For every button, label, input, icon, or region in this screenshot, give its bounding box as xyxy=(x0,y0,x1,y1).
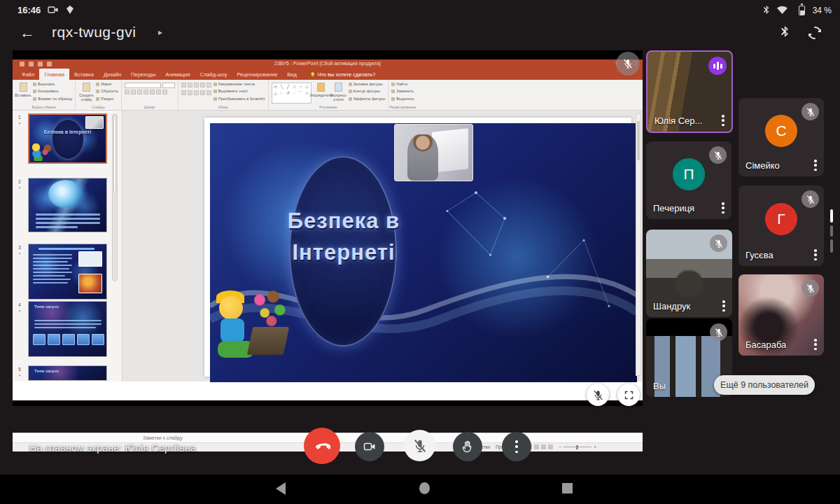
layout-button[interactable]: Макет xyxy=(96,81,118,88)
slide-photo-boy-laptop xyxy=(394,124,473,181)
section-button[interactable]: Раздел xyxy=(96,96,118,102)
shape-outline-button[interactable]: Контур фигуры xyxy=(349,88,386,94)
shape-effects-button[interactable]: Эффекты фигуры xyxy=(349,96,386,102)
reset-button[interactable]: Сбросить xyxy=(96,88,118,94)
more-users-badge[interactable]: Ещё 9 пользователей xyxy=(714,375,815,395)
bluetooth-status-icon xyxy=(763,5,770,15)
fullscreen-button[interactable] xyxy=(617,384,640,406)
participant-tile-yulia[interactable]: Юлія Сер... xyxy=(646,50,733,133)
tab-view[interactable]: Вид xyxy=(282,69,302,80)
mic-muted-icon xyxy=(710,323,727,341)
tab-slideshow[interactable]: Слайд-шоу xyxy=(195,69,232,80)
nav-back-button[interactable] xyxy=(276,482,286,495)
font-name-box[interactable] xyxy=(125,83,161,88)
ribbon-group-clipboard: Вставить Вырезать Копировать Формат по о… xyxy=(13,80,76,110)
more-options-button[interactable] xyxy=(502,432,531,461)
shape-fill-button[interactable]: Заливка фигуры xyxy=(349,81,386,88)
current-slide[interactable]: Безпека в Інтернеті xyxy=(204,118,631,377)
ribbon-group-paragraph: Направление текста Выровнять текст Преоб… xyxy=(178,80,269,110)
participant-menu-button[interactable] xyxy=(814,339,817,350)
find-button[interactable]: Найти xyxy=(391,81,414,88)
tab-file[interactable]: Файл xyxy=(17,69,39,80)
font-format-buttons[interactable] xyxy=(125,90,175,94)
raise-hand-button[interactable] xyxy=(453,432,482,461)
ribbon-group-slides: Создать слайд Макет Сбросить Раздел Слай… xyxy=(76,80,121,110)
zoom-slider[interactable]: −+ xyxy=(559,444,596,449)
slide-number: 4 xyxy=(18,302,27,313)
back-icon[interactable]: ← xyxy=(20,24,35,42)
meet-header: ← rqx-twug-gvi ▸ xyxy=(0,20,840,49)
hangup-button[interactable] xyxy=(304,428,340,464)
slide-thumbnail-3[interactable] xyxy=(28,244,107,300)
mic-muted-icon xyxy=(802,190,819,208)
mic-toggle-button[interactable] xyxy=(404,430,435,461)
shapes-gallery[interactable]: ▭╲╱□○⬭ △〉↺♢⌒☆ xyxy=(272,83,312,104)
slide-title: Безпека в Інтернеті xyxy=(277,206,410,269)
meet-call-screen: 16:46 34 % ← rqx-twug-gvi ▸ 23ВУ5 - Powe… xyxy=(0,0,840,504)
tab-transitions[interactable]: Переходы xyxy=(126,69,160,80)
shared-screen[interactable]: 23ВУ5 - PowerPoint [Сбой активации проду… xyxy=(13,50,643,406)
participant-menu-button[interactable] xyxy=(722,202,724,214)
slide-number: 5 xyxy=(18,367,27,377)
participants-scrollbar[interactable] xyxy=(830,209,833,223)
arrange-button[interactable]: Упорядочить xyxy=(314,81,329,104)
slide-canvas: Безпека в Інтернеті xyxy=(122,111,643,382)
paste-button[interactable]: Вставить xyxy=(15,81,31,104)
slide-thumbnail-panel: 1 Безпека в Інтернеті 2 xyxy=(13,111,122,382)
slide-scrollbar[interactable] xyxy=(636,113,641,376)
paragraph-buttons-row1[interactable] xyxy=(181,83,211,88)
overlay-mic-off-button[interactable] xyxy=(587,384,609,406)
paragraph-buttons-row2[interactable] xyxy=(181,90,211,95)
new-slide-button[interactable]: Создать слайд xyxy=(78,81,94,104)
meeting-code[interactable]: rqx-twug-gvi xyxy=(52,24,136,41)
replace-button[interactable]: Заменить xyxy=(391,88,414,94)
font-size-box[interactable] xyxy=(162,83,175,88)
slide-thumbnail-5[interactable]: Типи загроз xyxy=(28,365,107,381)
more-options-icon xyxy=(515,440,518,453)
switch-camera-button[interactable] xyxy=(806,25,823,41)
nav-recents-button[interactable] xyxy=(562,483,573,493)
slide-number: 1 xyxy=(18,115,27,125)
presenting-banner: На главном экране: Юлія Сергіївна xyxy=(29,442,196,454)
slide-cartoon-kid-laptop xyxy=(214,284,294,368)
tab-design[interactable]: Дизайн xyxy=(99,69,126,80)
tab-home[interactable]: Главная xyxy=(39,69,69,80)
tell-me-box[interactable]: Что вы хотите сделать? xyxy=(302,69,380,80)
slide-thumbnail-1[interactable]: Безпека в Інтернеті xyxy=(28,113,107,164)
participant-menu-button[interactable] xyxy=(722,300,725,312)
quick-styles-button[interactable]: Экспресс-стили xyxy=(331,81,346,104)
ppt-titlebar: 23ВУ5 - PowerPoint [Сбой активации проду… xyxy=(13,59,643,69)
tab-insert[interactable]: Вставка xyxy=(69,69,99,80)
tab-animations[interactable]: Анимация xyxy=(160,69,195,80)
participant-menu-button[interactable] xyxy=(814,160,817,171)
participant-menu-button[interactable] xyxy=(722,115,724,126)
cut-button[interactable]: Вырезать xyxy=(33,81,72,88)
ribbon-group-font: Шрифт xyxy=(122,80,178,110)
smartart-button[interactable]: Преобразовать в SmartArt xyxy=(214,96,265,102)
participant-tile-pecherytsia[interactable]: П Печериця xyxy=(646,141,732,219)
slide-thumbnail-4[interactable]: Типи загроз xyxy=(28,301,107,357)
participant-menu-button[interactable] xyxy=(814,249,817,260)
thumbnail-scrollbar[interactable] xyxy=(112,113,118,281)
select-button[interactable]: Выделить xyxy=(391,96,414,102)
slide-number: 2 xyxy=(18,179,27,190)
format-painter-button[interactable]: Формат по образцу xyxy=(33,96,72,102)
participant-tile-shandruk[interactable]: Шандрук xyxy=(646,230,732,317)
clock: 16:46 xyxy=(18,5,41,15)
text-direction-button[interactable]: Направление текста xyxy=(214,81,265,88)
tab-review[interactable]: Рецензирование xyxy=(232,69,282,80)
bluetooth-audio-button[interactable] xyxy=(780,25,790,38)
camera-toggle-button[interactable] xyxy=(355,432,384,461)
nav-home-button[interactable] xyxy=(419,482,430,494)
powerpoint-window: 23ВУ5 - PowerPoint [Сбой активации проду… xyxy=(13,59,643,400)
align-text-button[interactable]: Выровнять текст xyxy=(214,88,265,94)
avatar: Г xyxy=(765,203,797,235)
participant-name: Гусєва xyxy=(746,250,774,260)
slide-thumbnail-2[interactable] xyxy=(28,178,107,232)
participant-tile-basaraba[interactable]: Басараба xyxy=(738,274,824,356)
copy-button[interactable]: Копировать xyxy=(33,88,72,94)
participant-tile-husieva[interactable]: Г Гусєва xyxy=(738,186,824,266)
notes-status-icon xyxy=(65,5,75,15)
participant-tile-simeiko[interactable]: С Сімейко xyxy=(738,98,824,176)
participants-scrollbar-segment xyxy=(830,239,833,253)
